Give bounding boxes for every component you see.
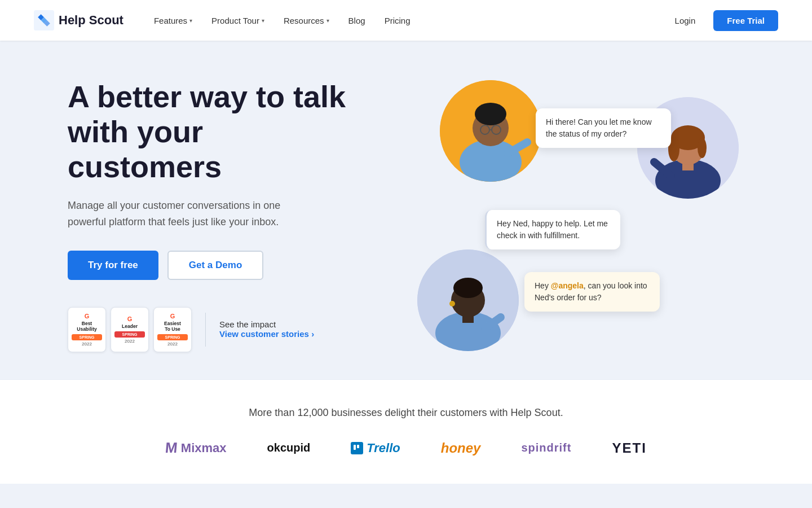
badge-list: G BestUsability SPRING 2022 G Leader SPR… — [68, 307, 192, 352]
hero-illustration: Hi there! Can you let me know the status… — [395, 75, 756, 357]
person-3-avatar — [417, 249, 519, 351]
nav-resources[interactable]: Resources ▾ — [276, 11, 337, 30]
svg-point-22 — [453, 278, 483, 298]
logo-text: Help Scout — [59, 13, 123, 28]
badge-leader: G Leader SPRING 2022 — [111, 307, 149, 352]
product-tour-chevron-icon: ▾ — [262, 17, 264, 24]
mention-angela: @angela — [551, 281, 584, 290]
try-free-button[interactable]: Try for free — [68, 251, 158, 280]
navbar: Help Scout Features ▾ Product Tour ▾ Res… — [0, 0, 812, 41]
social-proof-text: More than 12,000 businesses delight thei… — [34, 407, 778, 419]
awards-section: G BestUsability SPRING 2022 G Leader SPR… — [68, 307, 361, 352]
hero-section: A better way to talk with your customers… — [0, 41, 812, 379]
hero-subtitle: Manage all your customer conversations i… — [68, 198, 316, 230]
logo-trello: Trello — [351, 441, 400, 456]
logo-mixmax: M Mixmax — [165, 439, 226, 457]
chat-bubble-2: Hey Ned, happy to help. Let me check in … — [485, 210, 620, 249]
badge-easiest-to-use: G EasiestTo Use SPRING 2022 — [153, 307, 192, 352]
nav-blog[interactable]: Blog — [341, 11, 373, 30]
person-1-avatar — [440, 80, 541, 182]
trello-icon — [351, 442, 363, 454]
logos-row: M Mixmax okcupid Trello honey spindrift — [34, 439, 778, 457]
free-trial-button[interactable]: Free Trial — [713, 10, 778, 31]
hero-buttons: Try for free Get a Demo — [68, 251, 361, 280]
logo-spindrift: spindrift — [521, 441, 571, 454]
svg-rect-24 — [354, 445, 356, 450]
hero-title: A better way to talk with your customers — [68, 79, 361, 184]
view-stories-link[interactable]: View customer stories › — [219, 329, 314, 339]
svg-point-15 — [698, 138, 707, 158]
divider — [205, 313, 206, 347]
logo-honey: honey — [441, 440, 481, 456]
logo-yeti: YETI — [612, 440, 646, 456]
get-demo-button[interactable]: Get a Demo — [167, 251, 263, 280]
mixmax-m-icon: M — [165, 439, 178, 457]
impact-text: See the impact View customer stories › — [219, 319, 314, 339]
logo-link[interactable]: Help Scout — [34, 10, 123, 30]
svg-point-21 — [449, 301, 455, 306]
social-proof-section: More than 12,000 businesses delight thei… — [0, 379, 812, 484]
svg-rect-25 — [357, 445, 359, 448]
badge-best-usability: G BestUsability SPRING 2022 — [68, 307, 106, 352]
nav-right: Login Free Trial — [666, 10, 778, 31]
svg-point-4 — [475, 103, 506, 125]
nav-pricing[interactable]: Pricing — [377, 11, 418, 30]
helpscout-logo-icon — [34, 10, 54, 30]
nav-product-tour[interactable]: Product Tour ▾ — [204, 11, 272, 30]
chat-bubble-1: Hi there! Can you let me know the status… — [536, 108, 671, 148]
login-button[interactable]: Login — [666, 11, 705, 30]
hero-content: A better way to talk with your customers… — [68, 79, 361, 352]
see-impact-label: See the impact — [219, 319, 314, 329]
nav-features[interactable]: Features ▾ — [146, 11, 200, 30]
features-chevron-icon: ▾ — [189, 17, 192, 24]
nav-links: Features ▾ Product Tour ▾ Resources ▾ Bl… — [146, 11, 666, 30]
resources-chevron-icon: ▾ — [326, 17, 329, 24]
logo-okcupid: okcupid — [267, 441, 311, 454]
chat-bubble-3: Hey @angela, can you look into Ned's ord… — [524, 272, 660, 312]
